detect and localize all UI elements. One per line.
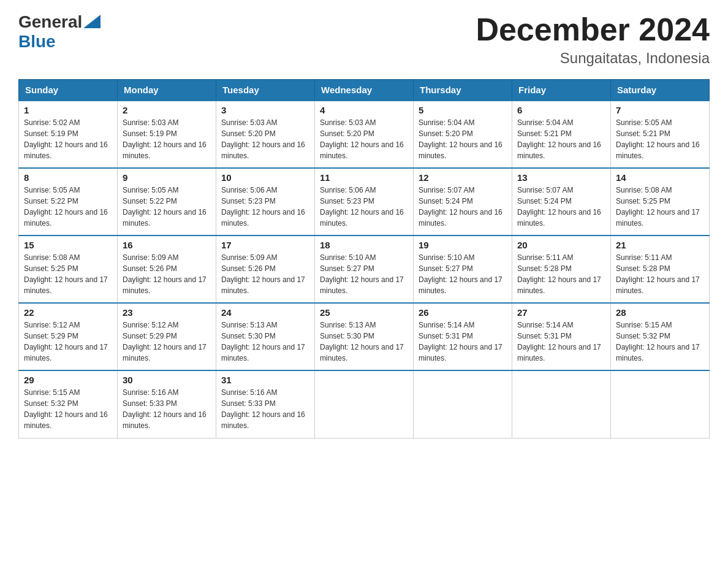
day-info: Sunrise: 5:12 AM Sunset: 5:29 PM Dayligh… — [123, 320, 211, 364]
calendar-title: December 2024 — [476, 12, 710, 47]
logo: General Blue — [18, 12, 100, 52]
day-info: Sunrise: 5:11 AM Sunset: 5:28 PM Dayligh… — [616, 252, 704, 296]
day-number: 17 — [221, 240, 309, 250]
calendar-cell: 26 Sunrise: 5:14 AM Sunset: 5:31 PM Dayl… — [414, 303, 512, 370]
day-info: Sunrise: 5:07 AM Sunset: 5:24 PM Dayligh… — [517, 185, 605, 229]
calendar-cell: 5 Sunrise: 5:04 AM Sunset: 5:20 PM Dayli… — [414, 101, 512, 168]
calendar-cell: 15 Sunrise: 5:08 AM Sunset: 5:25 PM Dayl… — [19, 236, 118, 303]
calendar-cell: 4 Sunrise: 5:03 AM Sunset: 5:20 PM Dayli… — [315, 101, 414, 168]
day-number: 26 — [419, 307, 507, 318]
day-number: 18 — [320, 240, 408, 250]
day-info: Sunrise: 5:10 AM Sunset: 5:27 PM Dayligh… — [419, 252, 507, 296]
calendar-cell: 3 Sunrise: 5:03 AM Sunset: 5:20 PM Dayli… — [216, 101, 315, 168]
calendar-cell: 11 Sunrise: 5:06 AM Sunset: 5:23 PM Dayl… — [315, 168, 414, 236]
day-info: Sunrise: 5:06 AM Sunset: 5:23 PM Dayligh… — [221, 185, 309, 229]
calendar-cell: 18 Sunrise: 5:10 AM Sunset: 5:27 PM Dayl… — [315, 236, 414, 303]
day-number: 2 — [123, 105, 211, 115]
day-number: 23 — [123, 307, 211, 318]
page-header: General Blue December 2024 Sungaitatas, … — [18, 12, 710, 67]
header-day-monday: Monday — [118, 80, 216, 101]
day-number: 31 — [221, 375, 309, 385]
day-info: Sunrise: 5:02 AM Sunset: 5:19 PM Dayligh… — [24, 117, 112, 161]
calendar-cell: 2 Sunrise: 5:03 AM Sunset: 5:19 PM Dayli… — [118, 101, 216, 168]
day-number: 7 — [616, 105, 704, 115]
calendar-cell: 19 Sunrise: 5:10 AM Sunset: 5:27 PM Dayl… — [414, 236, 512, 303]
calendar-week-3: 15 Sunrise: 5:08 AM Sunset: 5:25 PM Dayl… — [19, 236, 710, 303]
day-info: Sunrise: 5:05 AM Sunset: 5:21 PM Dayligh… — [616, 117, 704, 161]
calendar-cell: 27 Sunrise: 5:14 AM Sunset: 5:31 PM Dayl… — [512, 303, 611, 370]
svg-marker-0 — [83, 15, 100, 28]
day-number: 16 — [123, 240, 211, 250]
day-info: Sunrise: 5:03 AM Sunset: 5:20 PM Dayligh… — [320, 117, 408, 161]
day-info: Sunrise: 5:09 AM Sunset: 5:26 PM Dayligh… — [123, 252, 211, 296]
calendar-cell: 24 Sunrise: 5:13 AM Sunset: 5:30 PM Dayl… — [216, 303, 315, 370]
day-info: Sunrise: 5:11 AM Sunset: 5:28 PM Dayligh… — [517, 252, 605, 296]
day-info: Sunrise: 5:14 AM Sunset: 5:31 PM Dayligh… — [419, 320, 507, 364]
calendar-cell: 8 Sunrise: 5:05 AM Sunset: 5:22 PM Dayli… — [19, 168, 118, 236]
calendar-cell: 9 Sunrise: 5:05 AM Sunset: 5:22 PM Dayli… — [118, 168, 216, 236]
day-info: Sunrise: 5:09 AM Sunset: 5:26 PM Dayligh… — [221, 252, 309, 296]
calendar-cell: 1 Sunrise: 5:02 AM Sunset: 5:19 PM Dayli… — [19, 101, 118, 168]
logo-icon — [83, 15, 100, 31]
day-number: 6 — [517, 105, 605, 115]
calendar-week-5: 29 Sunrise: 5:15 AM Sunset: 5:32 PM Dayl… — [19, 370, 710, 438]
calendar-cell: 7 Sunrise: 5:05 AM Sunset: 5:21 PM Dayli… — [611, 101, 710, 168]
day-info: Sunrise: 5:05 AM Sunset: 5:22 PM Dayligh… — [123, 185, 211, 229]
calendar-cell: 25 Sunrise: 5:13 AM Sunset: 5:30 PM Dayl… — [315, 303, 414, 370]
calendar-cell: 20 Sunrise: 5:11 AM Sunset: 5:28 PM Dayl… — [512, 236, 611, 303]
day-number: 14 — [616, 172, 704, 183]
calendar-cell — [315, 370, 414, 438]
day-info: Sunrise: 5:05 AM Sunset: 5:22 PM Dayligh… — [24, 185, 112, 229]
calendar-cell: 31 Sunrise: 5:16 AM Sunset: 5:33 PM Dayl… — [216, 370, 315, 438]
day-number: 30 — [123, 375, 211, 385]
calendar-week-4: 22 Sunrise: 5:12 AM Sunset: 5:29 PM Dayl… — [19, 303, 710, 370]
day-info: Sunrise: 5:13 AM Sunset: 5:30 PM Dayligh… — [221, 320, 309, 364]
day-number: 12 — [419, 172, 507, 183]
header-day-friday: Friday — [512, 80, 611, 101]
calendar-cell: 29 Sunrise: 5:15 AM Sunset: 5:32 PM Dayl… — [19, 370, 118, 438]
day-info: Sunrise: 5:08 AM Sunset: 5:25 PM Dayligh… — [616, 185, 704, 229]
calendar-cell: 6 Sunrise: 5:04 AM Sunset: 5:21 PM Dayli… — [512, 101, 611, 168]
day-info: Sunrise: 5:13 AM Sunset: 5:30 PM Dayligh… — [320, 320, 408, 364]
day-info: Sunrise: 5:04 AM Sunset: 5:20 PM Dayligh… — [419, 117, 507, 161]
day-number: 10 — [221, 172, 309, 183]
day-number: 27 — [517, 307, 605, 318]
calendar-cell: 12 Sunrise: 5:07 AM Sunset: 5:24 PM Dayl… — [414, 168, 512, 236]
day-number: 8 — [24, 172, 112, 183]
logo-blue-text: Blue — [18, 32, 56, 52]
header-day-sunday: Sunday — [19, 80, 118, 101]
day-number: 29 — [24, 375, 112, 385]
day-number: 24 — [221, 307, 309, 318]
day-info: Sunrise: 5:03 AM Sunset: 5:19 PM Dayligh… — [123, 117, 211, 161]
day-number: 20 — [517, 240, 605, 250]
day-number: 11 — [320, 172, 408, 183]
calendar-week-1: 1 Sunrise: 5:02 AM Sunset: 5:19 PM Dayli… — [19, 101, 710, 168]
calendar-cell: 28 Sunrise: 5:15 AM Sunset: 5:32 PM Dayl… — [611, 303, 710, 370]
title-block: December 2024 Sungaitatas, Indonesia — [476, 12, 710, 67]
calendar-cell — [414, 370, 512, 438]
calendar-header-row: SundayMondayTuesdayWednesdayThursdayFrid… — [19, 80, 710, 101]
day-info: Sunrise: 5:16 AM Sunset: 5:33 PM Dayligh… — [221, 387, 309, 431]
day-info: Sunrise: 5:10 AM Sunset: 5:27 PM Dayligh… — [320, 252, 408, 296]
calendar-cell — [512, 370, 611, 438]
day-info: Sunrise: 5:15 AM Sunset: 5:32 PM Dayligh… — [616, 320, 704, 364]
day-info: Sunrise: 5:12 AM Sunset: 5:29 PM Dayligh… — [24, 320, 112, 364]
calendar-cell: 13 Sunrise: 5:07 AM Sunset: 5:24 PM Dayl… — [512, 168, 611, 236]
header-day-wednesday: Wednesday — [315, 80, 414, 101]
day-number: 5 — [419, 105, 507, 115]
day-number: 28 — [616, 307, 704, 318]
day-info: Sunrise: 5:07 AM Sunset: 5:24 PM Dayligh… — [419, 185, 507, 229]
calendar-cell: 21 Sunrise: 5:11 AM Sunset: 5:28 PM Dayl… — [611, 236, 710, 303]
calendar-week-2: 8 Sunrise: 5:05 AM Sunset: 5:22 PM Dayli… — [19, 168, 710, 236]
calendar-cell: 10 Sunrise: 5:06 AM Sunset: 5:23 PM Dayl… — [216, 168, 315, 236]
day-info: Sunrise: 5:03 AM Sunset: 5:20 PM Dayligh… — [221, 117, 309, 161]
logo-general-text: General — [18, 12, 82, 32]
header-day-saturday: Saturday — [611, 80, 710, 101]
header-day-tuesday: Tuesday — [216, 80, 315, 101]
day-number: 19 — [419, 240, 507, 250]
day-number: 25 — [320, 307, 408, 318]
day-number: 22 — [24, 307, 112, 318]
day-number: 4 — [320, 105, 408, 115]
header-day-thursday: Thursday — [414, 80, 512, 101]
day-number: 13 — [517, 172, 605, 183]
